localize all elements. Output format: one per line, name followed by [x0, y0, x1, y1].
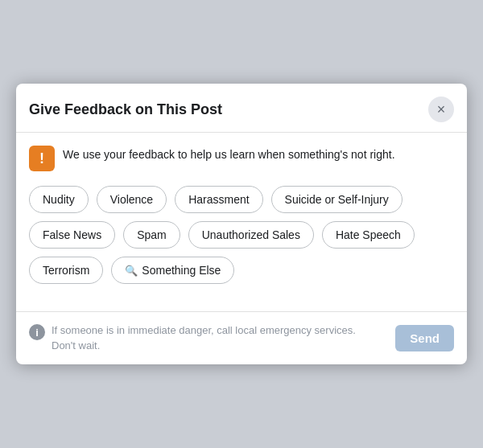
tag-label: Unauthorized Sales	[202, 228, 300, 241]
tag-something-else[interactable]: 🔍Something Else	[111, 257, 234, 284]
tag-label: False News	[43, 228, 101, 241]
tag-label: Suicide or Self-Injury	[285, 193, 389, 206]
tag-spam[interactable]: Spam	[123, 221, 180, 249]
modal-footer: i If someone is in immediate danger, cal…	[16, 311, 467, 364]
tag-unauthorized-sales[interactable]: Unauthorized Sales	[188, 221, 314, 249]
modal-title: Give Feedback on This Post	[29, 101, 222, 118]
tag-label: Spam	[137, 228, 167, 241]
tag-label: Hate Speech	[336, 228, 401, 241]
info-text: We use your feedback to help us learn wh…	[63, 146, 395, 163]
tag-suicide-self-injury[interactable]: Suicide or Self-Injury	[271, 186, 402, 213]
tag-label: Violence	[110, 193, 153, 206]
tag-nudity[interactable]: Nudity	[29, 186, 89, 213]
tag-hate-speech[interactable]: Hate Speech	[322, 221, 415, 249]
search-icon: 🔍	[125, 265, 138, 277]
tag-label: Harassment	[188, 193, 249, 206]
tag-label: Something Else	[142, 264, 221, 277]
tag-label: Nudity	[43, 193, 75, 206]
feedback-modal: Give Feedback on This Post × ! We use yo…	[16, 84, 467, 364]
info-circle-icon: i	[29, 324, 45, 340]
tag-terrorism[interactable]: Terrorism	[29, 257, 103, 284]
footer-info: i If someone is in immediate danger, cal…	[29, 323, 382, 352]
tags-container: NudityViolenceHarassmentSuicide or Self-…	[29, 186, 454, 284]
modal-body: ! We use your feedback to help us learn …	[16, 133, 467, 311]
tag-harassment[interactable]: Harassment	[175, 186, 262, 213]
send-button[interactable]: Send	[395, 325, 454, 351]
warning-icon: !	[29, 146, 55, 171]
close-button[interactable]: ×	[428, 97, 454, 122]
tag-violence[interactable]: Violence	[97, 186, 167, 213]
tag-false-news[interactable]: False News	[29, 221, 115, 249]
tag-label: Terrorism	[43, 264, 89, 277]
modal-header: Give Feedback on This Post ×	[16, 84, 467, 133]
info-banner: ! We use your feedback to help us learn …	[29, 146, 454, 171]
footer-text: If someone is in immediate danger, call …	[52, 323, 382, 352]
